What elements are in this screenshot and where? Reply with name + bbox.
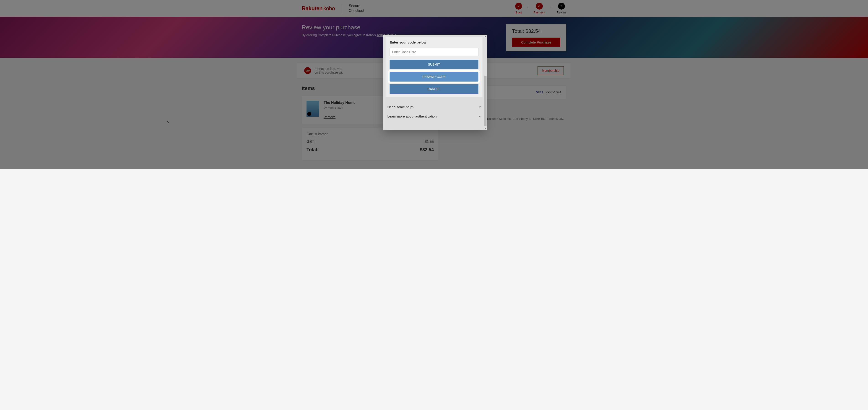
submit-button[interactable]: SUBMIT — [390, 60, 478, 69]
help-label: Need some help? — [388, 105, 414, 109]
learn-more-toggle[interactable]: Learn more about authentication v — [388, 112, 481, 121]
learn-label: Learn more about authentication — [388, 114, 437, 118]
need-help-toggle[interactable]: Need some help? v — [388, 102, 481, 112]
code-input[interactable] — [390, 47, 478, 56]
cancel-button[interactable]: CANCEL — [390, 84, 478, 94]
chevron-down-icon: v — [479, 105, 481, 109]
verification-modal: Enter your code below SUBMIT RESEND CODE… — [383, 35, 485, 130]
scroll-down-icon[interactable]: ▼ — [485, 127, 487, 130]
resend-code-button[interactable]: RESEND CODE — [390, 72, 478, 81]
modal-title: Enter your code below — [390, 40, 478, 44]
chevron-down-icon: v — [479, 114, 481, 118]
scroll-thumb[interactable] — [484, 76, 487, 126]
scroll-up-icon[interactable]: ▲ — [485, 35, 487, 37]
modal-scrollbar[interactable]: ▲ ▼ — [484, 35, 487, 130]
